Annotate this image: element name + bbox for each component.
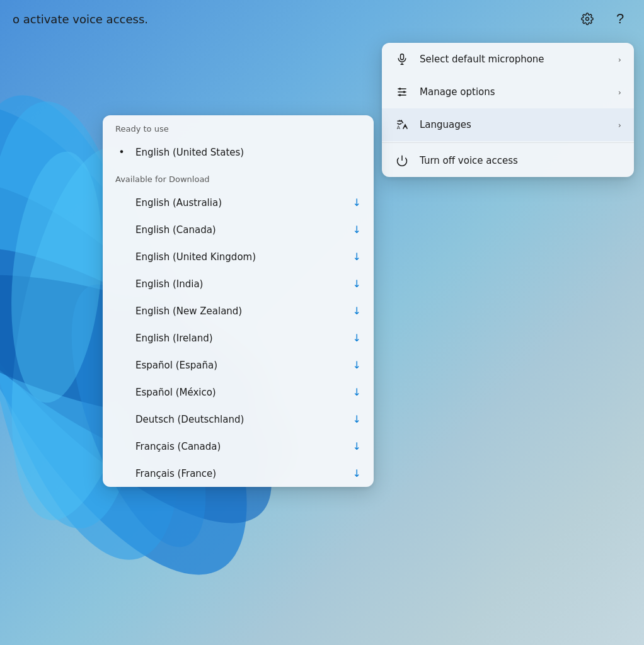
lang-label-en-nz: English (New Zealand) [135,305,345,317]
svg-point-17 [403,91,405,93]
chevron-right-icon-microphone: › [618,55,621,64]
lang-item-en-us[interactable]: • English (United States) [103,139,374,166]
menu-item-microphone[interactable]: Select default microphone › [382,43,634,76]
lang-item-en-nz[interactable]: English (New Zealand) ↓ [103,297,374,324]
lang-item-es-es[interactable]: Español (España) ↓ [103,351,374,379]
topbar-text: o activate voice access. [13,13,576,26]
lang-item-es-mx[interactable]: Español (México) ↓ [103,379,374,406]
lang-item-en-in[interactable]: English (India) ↓ [103,270,374,297]
context-menu-main: Select default microphone › Manage optio… [382,43,634,177]
lang-item-en-ca[interactable]: English (Canada) ↓ [103,216,374,243]
manage-options-icon [394,84,410,100]
download-icon-en-au: ↓ [353,197,361,208]
lang-label-es-es: Español (España) [135,360,345,371]
svg-point-9 [586,18,589,21]
lang-item-de-de[interactable]: Deutsch (Deutschland) ↓ [103,406,374,433]
svg-point-18 [399,94,401,96]
menu-item-turn-off[interactable]: Turn off voice access [382,144,634,177]
chevron-right-icon-manage: › [618,88,621,97]
download-icon-en-ca: ↓ [353,224,361,236]
menu-item-manage-options-label: Manage options [420,86,608,98]
menu-item-turn-off-label: Turn off voice access [420,155,621,166]
download-icon-en-in: ↓ [353,278,361,290]
selected-bullet: • [115,146,128,158]
download-icon-fr-ca: ↓ [353,440,361,452]
lang-label-de-de: Deutsch (Deutschland) [135,414,345,425]
lang-item-en-ie[interactable]: English (Ireland) ↓ [103,324,374,351]
lang-item-en-au[interactable]: English (Australia) ↓ [103,189,374,216]
lang-item-en-gb[interactable]: English (United Kingdom) ↓ [103,243,374,270]
download-icon-es-es: ↓ [353,359,361,371]
topbar-icons: ? [576,8,631,30]
menu-item-manage-options[interactable]: Manage options › [382,76,634,108]
section-installed-label: Ready to use [103,115,374,139]
lang-label-en-in: English (India) [135,278,345,290]
download-icon-en-gb: ↓ [353,251,361,263]
svg-text:A: A [397,125,401,130]
lang-label-en-ca: English (Canada) [135,224,345,236]
svg-rect-10 [401,54,404,60]
svg-point-16 [399,88,401,89]
settings-button[interactable] [576,8,599,30]
gear-icon [581,13,594,25]
power-icon [394,153,410,168]
languages-icon: A [394,117,410,132]
download-icon-de-de: ↓ [353,413,361,425]
menu-divider [382,142,634,143]
download-icon-en-nz: ↓ [353,305,361,317]
topbar: o activate voice access. ? [0,0,644,38]
lang-label-en-ie: English (Ireland) [135,333,345,344]
menu-item-languages[interactable]: A Languages › [382,108,634,141]
lang-label-fr-fr: Français (France) [135,468,345,479]
help-icon: ? [616,11,624,27]
menu-item-microphone-label: Select default microphone [420,54,608,65]
lang-label-es-mx: Español (México) [135,387,345,398]
download-icon-es-mx: ↓ [353,386,361,398]
lang-label-en-us: English (United States) [135,147,361,158]
languages-submenu: Ready to use • English (United States) A… [103,115,374,487]
lang-item-fr-fr[interactable]: Français (France) ↓ [103,460,374,487]
section-download-label: Available for Download [103,166,374,189]
lang-item-fr-ca[interactable]: Français (Canada) ↓ [103,433,374,460]
download-icon-en-ie: ↓ [353,332,361,344]
chevron-right-icon-languages: › [618,120,621,130]
lang-label-fr-ca: Français (Canada) [135,441,345,452]
lang-label-en-gb: English (United Kingdom) [135,251,345,263]
lang-label-en-au: English (Australia) [135,197,345,208]
microphone-icon [394,52,410,67]
download-icon-fr-fr: ↓ [353,467,361,479]
help-button[interactable]: ? [609,8,631,30]
menu-item-languages-label: Languages [420,119,608,130]
